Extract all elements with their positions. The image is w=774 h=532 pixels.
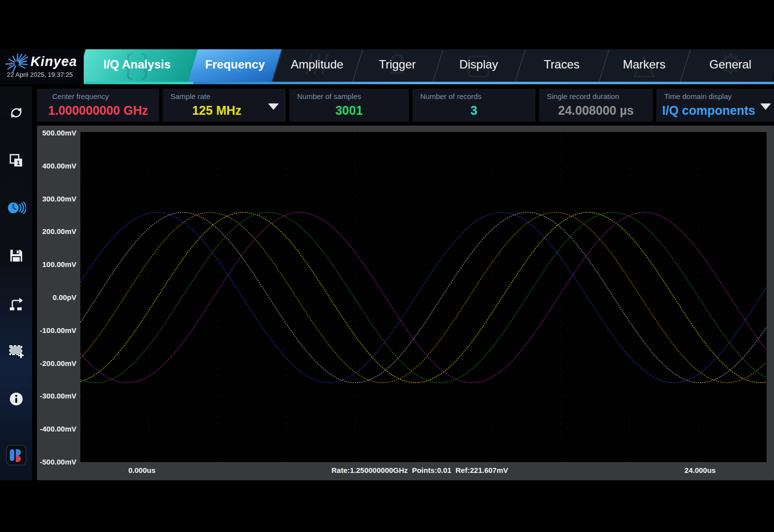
param-value: I/Q components (656, 103, 761, 118)
param-label: Sample rate (170, 92, 210, 100)
tab-amplitude[interactable]: /// Amplitude (277, 49, 357, 82)
datetime-label: 22 April 2025, 19:37:25 (7, 71, 73, 78)
param-center-frequency[interactable]: Center frequency 1.000000000 GHz (37, 89, 159, 122)
y-axis-label: 500.00mV (37, 129, 76, 137)
tab-label: I/Q Analysis (81, 58, 193, 71)
y-axis-label: 0.00pV (37, 293, 76, 301)
chevron-down-icon[interactable] (760, 103, 771, 110)
y-axis-label: -500.00mV (37, 458, 76, 466)
sync-icon[interactable] (7, 104, 25, 124)
chevron-down-icon[interactable] (268, 103, 279, 110)
y-axis-label: -200.00mV (37, 359, 76, 367)
brand-name: Kinyea (31, 54, 77, 69)
x-axis-end-label: 24.000us (684, 466, 715, 474)
tab-label: Frequency (193, 58, 277, 71)
param-label: Time domain display (664, 92, 732, 100)
region-select-icon[interactable] (7, 342, 25, 362)
param-label: Number of records (420, 92, 481, 100)
param-value: 24.008000 µs (539, 103, 653, 118)
tab-display[interactable]: ▢ Display (437, 49, 520, 82)
duplicate-record-icon[interactable]: 1 (7, 152, 25, 172)
waveform-plot[interactable] (80, 132, 767, 462)
tab-general[interactable]: ⚙ General (685, 49, 774, 82)
y-axis-label: 200.00mV (37, 227, 76, 235)
param-single-record-duration: Single record duration 24.008000 µs (539, 89, 653, 122)
param-time-domain-display[interactable]: Time domain display I/Q components (656, 89, 774, 122)
x-axis-start-label: 0.000us (128, 466, 155, 474)
info-icon[interactable] (7, 390, 25, 410)
brand-block: Kinyea 22 April 2025, 19:37:25 (0, 49, 84, 84)
param-sample-rate[interactable]: Sample rate 125 MHz (163, 89, 286, 122)
tab-trigger[interactable]: 2 Trigger (357, 49, 437, 82)
status-readout: Rate:1.250000000GHz Points:0.01 Ref:221.… (332, 466, 508, 474)
tab-label: Amplitude (277, 58, 357, 71)
top-tab-bar: /// Amplitude 2 Trigger ▢ Display ≈ Trac… (0, 49, 774, 84)
tab-label: Traces (520, 58, 604, 71)
y-axis-label: -100.00mV (37, 326, 76, 334)
param-value: 125 MHz (163, 103, 271, 118)
param-label: Number of samples (297, 92, 361, 100)
param-value: 1.000000000 GHz (37, 103, 159, 118)
param-value: 3 (412, 103, 536, 118)
brand-logo (5, 444, 28, 468)
step-export-icon[interactable] (7, 295, 25, 315)
history-active-icon[interactable] (6, 199, 26, 219)
waveform-panel: 500.00mV400.00mV300.00mV200.00mV100.00mV… (37, 126, 774, 480)
tab-label: Markers (604, 58, 685, 71)
tab-underline-teal (78, 82, 193, 84)
y-axis-label: 400.00mV (37, 162, 76, 170)
sidebar: 1 (0, 86, 32, 480)
param-value: 3001 (289, 103, 409, 118)
tab-underline-blue (193, 82, 774, 84)
tab-label: Trigger (357, 58, 437, 71)
save-icon[interactable] (7, 247, 25, 266)
waveform-canvas[interactable] (80, 132, 767, 462)
y-axis-label: -300.00mV (37, 392, 76, 400)
svg-text:1: 1 (16, 160, 20, 166)
app-window: /// Amplitude 2 Trigger ▢ Display ≈ Trac… (0, 0, 774, 532)
y-axis-label: 100.00mV (37, 260, 76, 268)
param-label: Single record duration (547, 92, 619, 100)
param-number-of-records[interactable]: Number of records 3 (412, 89, 536, 122)
param-label: Center frequency (52, 92, 109, 100)
tab-frequency[interactable]: ∿ Frequency (193, 49, 277, 82)
tab-label: General (685, 58, 774, 71)
tab-markers[interactable]: △ Markers (604, 49, 685, 82)
param-number-of-samples[interactable]: Number of samples 3001 (289, 89, 409, 122)
y-axis-label: 300.00mV (37, 195, 76, 203)
tab-iq-analysis[interactable]: { } I/Q Analysis (81, 49, 193, 82)
y-axis-label: -400.00mV (37, 425, 76, 433)
tab-traces[interactable]: ≈ Traces (520, 49, 604, 82)
tab-label: Display (437, 58, 520, 71)
